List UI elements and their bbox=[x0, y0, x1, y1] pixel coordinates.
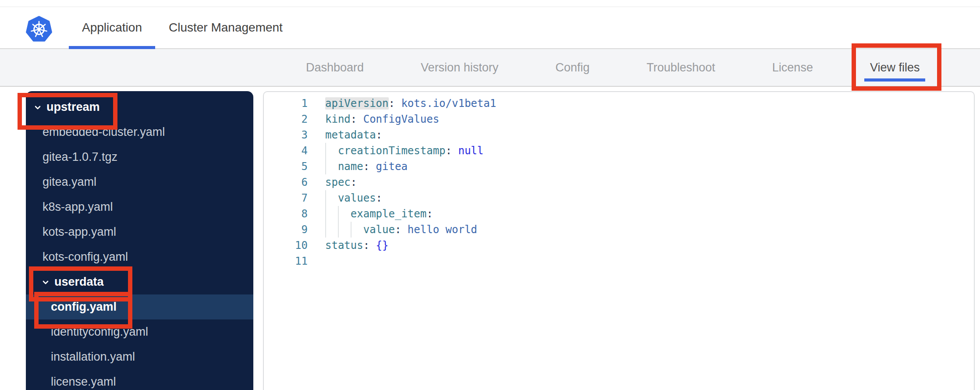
code-text: spec: bbox=[320, 174, 357, 190]
code-text: kind: ConfigValues bbox=[320, 111, 439, 127]
file-label: k8s-app.yaml bbox=[43, 200, 113, 214]
token-key: example_item bbox=[351, 208, 426, 220]
code-text: values: bbox=[320, 190, 382, 206]
folder-userdata[interactable]: userdata bbox=[26, 269, 253, 294]
code-text: metadata: bbox=[320, 127, 382, 143]
subnav-item-label: Version history bbox=[421, 61, 498, 74]
line-number: 9 bbox=[264, 222, 320, 238]
file-label: identityconfig.yaml bbox=[51, 325, 148, 339]
tab-cluster-management[interactable]: Cluster Management bbox=[169, 7, 283, 48]
token-key: status bbox=[325, 239, 363, 252]
tab-label: Cluster Management bbox=[169, 21, 283, 35]
code-line-2: 2kind: ConfigValues bbox=[264, 111, 974, 127]
file-label: kots-app.yaml bbox=[43, 225, 116, 239]
subnav-item-label: Config bbox=[555, 61, 589, 74]
file-label: embedded-cluster.yaml bbox=[43, 125, 165, 139]
file-label: installation.yaml bbox=[51, 350, 135, 364]
active-subnav-underline bbox=[864, 78, 926, 82]
token-colon: : bbox=[395, 223, 408, 236]
file-kots-config-yaml[interactable]: kots-config.yaml bbox=[26, 245, 253, 269]
code-text: name: gitea bbox=[320, 159, 408, 174]
code-line-9: 9value: hello world bbox=[264, 222, 974, 238]
line-number: 8 bbox=[264, 206, 320, 222]
app-header: ApplicationCluster Management bbox=[0, 7, 980, 49]
subnav-item-troubleshoot[interactable]: Troubleshoot bbox=[640, 49, 722, 86]
token-key: value bbox=[363, 223, 395, 236]
indent-guides bbox=[325, 222, 363, 238]
indent-guides bbox=[325, 143, 338, 159]
token-str: gitea bbox=[376, 160, 408, 173]
token-colon: : bbox=[446, 145, 458, 157]
file-kots-app-yaml[interactable]: kots-app.yaml bbox=[26, 220, 253, 245]
code-text: apiVersion: kots.io/v1beta1 bbox=[320, 96, 496, 111]
subnav-item-config[interactable]: Config bbox=[549, 49, 596, 86]
code-text bbox=[320, 253, 325, 269]
token-str: kots.io/v1beta1 bbox=[401, 97, 496, 110]
indent-guides bbox=[325, 159, 338, 174]
code-line-7: 7values: bbox=[264, 190, 974, 206]
file-installation-yaml[interactable]: installation.yaml bbox=[26, 344, 253, 369]
file-license-yaml[interactable]: license.yaml bbox=[26, 369, 253, 390]
file-gitea-1-0-7-tgz[interactable]: gitea-1.0.7.tgz bbox=[26, 145, 253, 170]
active-tab-underline bbox=[69, 46, 155, 49]
code-line-8: 8example_item: bbox=[264, 206, 974, 222]
token-key: values bbox=[338, 192, 376, 204]
code-text: value: hello world bbox=[320, 222, 477, 238]
file-config-yaml[interactable]: config.yaml bbox=[26, 294, 253, 319]
file-embedded-cluster-yaml[interactable]: embedded-cluster.yaml bbox=[26, 120, 253, 145]
code-line-1: 1apiVersion: kots.io/v1beta1 bbox=[264, 96, 974, 111]
token-colon: : bbox=[376, 192, 382, 204]
token-key: spec bbox=[325, 176, 351, 188]
subnav-item-label: View files bbox=[870, 61, 920, 74]
file-label: gitea-1.0.7.tgz bbox=[43, 150, 117, 164]
folder-upstream[interactable]: upstream bbox=[26, 95, 253, 120]
token-key: apiVersion bbox=[325, 97, 389, 110]
token-colon: : bbox=[426, 208, 433, 220]
token-colon: : bbox=[376, 129, 382, 141]
subnav-item-dashboard[interactable]: Dashboard bbox=[299, 49, 370, 86]
token-str: hello world bbox=[408, 223, 477, 236]
code-line-6: 6spec: bbox=[264, 174, 974, 190]
code-line-10: 10status: {} bbox=[264, 238, 974, 253]
code-line-3: 3metadata: bbox=[264, 127, 974, 143]
app-subnav: DashboardVersion historyConfigTroublesho… bbox=[0, 49, 980, 87]
subnav-item-license[interactable]: License bbox=[766, 49, 820, 86]
line-number: 10 bbox=[264, 238, 320, 253]
file-label: gitea.yaml bbox=[43, 175, 96, 189]
code-line-5: 5name: gitea bbox=[264, 159, 974, 174]
line-number: 7 bbox=[264, 190, 320, 206]
line-number: 3 bbox=[264, 127, 320, 143]
token-colon: : bbox=[389, 97, 401, 110]
line-number: 2 bbox=[264, 111, 320, 127]
file-label: license.yaml bbox=[51, 375, 116, 389]
header-tabs: ApplicationCluster Management bbox=[69, 7, 283, 48]
code-text: status: {} bbox=[320, 238, 389, 253]
token-key: name bbox=[338, 160, 363, 173]
code-text: creationTimestamp: null bbox=[320, 143, 483, 159]
token-colon: : bbox=[351, 176, 357, 188]
file-label: kots-config.yaml bbox=[43, 250, 128, 264]
subnav-item-view-files[interactable]: View files bbox=[863, 49, 927, 86]
subnav-item-version-history[interactable]: Version history bbox=[414, 49, 505, 86]
tab-application[interactable]: Application bbox=[69, 7, 155, 48]
token-colon: : bbox=[351, 113, 363, 125]
token-colon: : bbox=[363, 160, 376, 173]
line-number: 1 bbox=[264, 96, 320, 111]
token-key: metadata bbox=[325, 129, 376, 141]
code-line-11: 11 bbox=[264, 253, 974, 269]
folder-label: upstream bbox=[46, 100, 100, 114]
token-colon: : bbox=[363, 239, 376, 252]
subnav-item-label: License bbox=[772, 61, 813, 74]
chevron-down-icon bbox=[32, 102, 43, 113]
subnav-item-label: Troubleshoot bbox=[646, 61, 715, 74]
file-label: config.yaml bbox=[51, 300, 117, 314]
token-key: creationTimestamp bbox=[338, 145, 446, 157]
file-gitea-yaml[interactable]: gitea.yaml bbox=[26, 170, 253, 195]
chevron-down-icon bbox=[40, 277, 51, 287]
file-identityconfig-yaml[interactable]: identityconfig.yaml bbox=[26, 319, 253, 344]
indent-guides bbox=[325, 206, 351, 222]
file-k8s-app-yaml[interactable]: k8s-app.yaml bbox=[26, 195, 253, 220]
file-content-editor[interactable]: 1apiVersion: kots.io/v1beta12kind: Confi… bbox=[263, 91, 975, 390]
line-number: 5 bbox=[264, 159, 320, 174]
subnav-item-label: Dashboard bbox=[306, 61, 364, 74]
